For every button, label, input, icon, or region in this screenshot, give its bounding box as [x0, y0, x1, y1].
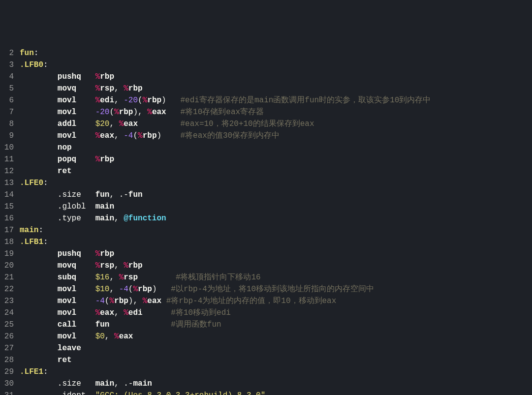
code-line[interactable]: main: — [20, 224, 532, 236]
code-token: % — [95, 131, 100, 140]
code-token: .ident — [58, 391, 86, 395]
code-line[interactable]: .LFB1: — [20, 236, 532, 248]
code-token — [161, 131, 180, 140]
code-token: popq — [58, 155, 76, 164]
code-line[interactable]: .type main, @function — [20, 213, 532, 224]
code-token: , — [114, 84, 124, 93]
code-token: #将eax的值30保存到内存中 — [181, 131, 280, 140]
code-token: rbp — [114, 297, 128, 305]
code-line[interactable]: .LFB0: — [20, 59, 532, 71]
code-line[interactable]: .LFE0: — [20, 177, 532, 189]
code-token — [138, 273, 176, 282]
code-token: , .- — [109, 190, 128, 199]
code-token: #将10存储到eax寄存器 — [181, 108, 264, 117]
code-token: % — [143, 297, 148, 305]
code-token: main — [95, 214, 114, 223]
code-token: $0 — [95, 332, 105, 341]
code-token: : — [38, 226, 43, 235]
code-content[interactable]: fun:.LFB0: pushq %rbp movq %rsp, %rbp mo… — [18, 47, 532, 395]
line-number: 7 — [0, 106, 14, 118]
code-token: ret — [58, 167, 72, 176]
code-line[interactable]: .ident "GCC: (Uos 8.3.0.3-3+rebuild) 8.3… — [20, 390, 532, 395]
line-number: 15 — [0, 201, 14, 213]
code-token: ) — [156, 131, 161, 140]
code-token: movq — [58, 261, 76, 270]
code-line[interactable]: pushq %rbp — [20, 248, 532, 260]
code-token: #eax=10，将20+10的结果保存到eax — [180, 120, 314, 128]
line-number: 18 — [0, 236, 14, 248]
code-token: ret — [58, 356, 72, 365]
code-line[interactable]: movq %rsp, %rbp — [20, 260, 532, 272]
code-token: addl — [58, 120, 76, 128]
code-line[interactable]: .LFE1: — [20, 366, 532, 378]
code-token: % — [147, 108, 152, 117]
code-token: % — [95, 249, 100, 258]
code-token: % — [119, 273, 124, 282]
line-number: 3 — [0, 59, 14, 71]
code-token: : — [43, 61, 48, 69]
code-token — [20, 308, 58, 317]
code-token: eax — [124, 120, 138, 128]
code-token: movl — [58, 308, 76, 317]
code-line[interactable]: .size fun, .-fun — [20, 189, 532, 201]
code-token: % — [95, 261, 100, 270]
code-line[interactable]: ret — [20, 165, 532, 177]
code-token — [20, 249, 58, 258]
code-token: rbp — [100, 72, 114, 81]
code-line[interactable]: ret — [20, 354, 532, 366]
line-number: 24 — [0, 307, 14, 319]
code-token: -4 — [124, 131, 133, 140]
code-line[interactable]: .globl main — [20, 201, 532, 213]
code-line[interactable]: movl %edi, -20(%rbp) #edi寄存器保存的是main函数调用… — [20, 94, 532, 106]
code-line[interactable]: movq %rsp, %rbp — [20, 83, 532, 94]
code-token: , — [109, 285, 119, 294]
code-line[interactable]: .size main, .-main — [20, 378, 532, 390]
code-token — [20, 344, 58, 353]
code-token: .size — [58, 379, 81, 388]
line-number: 8 — [0, 118, 14, 130]
line-number: 16 — [0, 213, 14, 224]
code-line[interactable]: popq %rbp — [20, 153, 532, 165]
code-token: edi — [128, 308, 143, 317]
code-token: rbp — [100, 155, 114, 164]
code-token: , — [114, 214, 124, 223]
code-line[interactable]: pushq %rbp — [20, 71, 532, 83]
code-token — [20, 131, 58, 140]
code-token — [76, 120, 95, 128]
code-line[interactable]: movl -20(%rbp), %eax #将10存储到eax寄存器 — [20, 106, 532, 118]
code-token: .LFB0 — [20, 61, 43, 69]
code-line[interactable]: leave — [20, 342, 532, 354]
code-line[interactable]: addl $20, %eax #eax=10，将20+10的结果保存到eax — [20, 118, 532, 130]
code-line[interactable]: movl %eax, -4(%rbp) #将eax的值30保存到内存中 — [20, 130, 532, 142]
code-line[interactable]: movl $10, -4(%rbp) #以rbp-4为地址，将10移动到该地址所… — [20, 283, 532, 295]
line-number: 31 — [0, 390, 14, 395]
code-token — [20, 167, 58, 176]
code-token: % — [143, 96, 148, 105]
code-line[interactable]: call fun #调用函数fun — [20, 319, 532, 331]
code-token: ( — [105, 297, 110, 305]
code-token — [86, 202, 95, 211]
line-number: 10 — [0, 142, 14, 153]
code-token: % — [138, 131, 143, 140]
line-number: 4 — [0, 71, 14, 83]
line-number: 30 — [0, 378, 14, 390]
code-token: , — [109, 273, 119, 282]
code-token — [20, 96, 58, 105]
code-token: -4 — [119, 285, 128, 294]
code-token: rsp — [100, 84, 114, 93]
code-line[interactable]: nop — [20, 142, 532, 153]
code-token: rbp — [138, 285, 152, 294]
line-number: 23 — [0, 295, 14, 307]
line-number: 13 — [0, 177, 14, 189]
code-token: rsp — [124, 273, 138, 282]
code-line[interactable]: subq $16, %rsp #将栈顶指针向下移动16 — [20, 272, 532, 283]
code-line[interactable]: movl $0, %eax — [20, 331, 532, 342]
code-line[interactable]: movl -4(%rbp), %eax #将rbp-4为地址的内存的值，即10，… — [20, 295, 532, 307]
code-token: % — [114, 108, 119, 117]
code-line[interactable]: fun: — [20, 47, 532, 59]
code-editor[interactable]: 2345678910111213141516171819202122232425… — [0, 47, 532, 395]
code-line[interactable]: movl %eax, %edi #将10移动到edi — [20, 307, 532, 319]
code-token: % — [133, 285, 138, 294]
code-token — [20, 356, 58, 365]
code-token: #将10移动到edi — [171, 308, 231, 317]
